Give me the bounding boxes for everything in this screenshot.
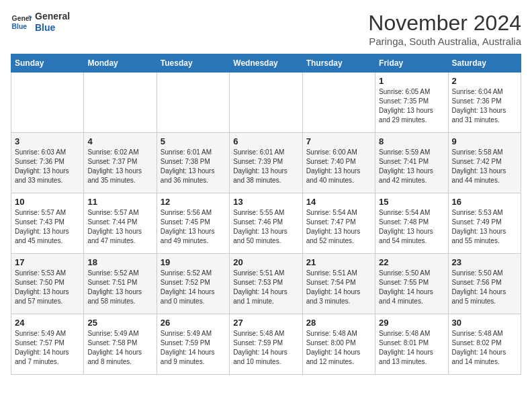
day-info: Sunrise: 6:02 AM Sunset: 7:37 PM Dayligh…	[87, 148, 152, 185]
day-number: 3	[15, 136, 80, 146]
calendar-cell: 9Sunrise: 5:58 AM Sunset: 7:42 PM Daylig…	[448, 133, 521, 193]
calendar-week-1: 1Sunrise: 6:05 AM Sunset: 7:35 PM Daylig…	[11, 73, 521, 133]
day-info: Sunrise: 5:49 AM Sunset: 7:57 PM Dayligh…	[15, 329, 80, 367]
calendar-cell: 3Sunrise: 6:03 AM Sunset: 7:36 PM Daylig…	[11, 133, 84, 193]
day-number: 7	[306, 136, 371, 146]
day-number: 6	[233, 136, 298, 146]
calendar-cell: 6Sunrise: 6:01 AM Sunset: 7:39 PM Daylig…	[230, 133, 302, 193]
svg-text:Blue: Blue	[12, 22, 28, 30]
day-info: Sunrise: 5:58 AM Sunset: 7:42 PM Dayligh…	[452, 148, 517, 185]
day-number: 21	[306, 257, 371, 267]
calendar-cell: 13Sunrise: 5:55 AM Sunset: 7:46 PM Dayli…	[230, 193, 302, 254]
day-info: Sunrise: 5:48 AM Sunset: 8:02 PM Dayligh…	[452, 329, 517, 367]
calendar-cell: 15Sunrise: 5:54 AM Sunset: 7:48 PM Dayli…	[375, 193, 448, 254]
day-info: Sunrise: 5:50 AM Sunset: 7:55 PM Dayligh…	[379, 269, 444, 306]
day-info: Sunrise: 6:03 AM Sunset: 7:36 PM Dayligh…	[15, 148, 80, 185]
weekday-header-row: SundayMondayTuesdayWednesdayThursdayFrid…	[11, 54, 521, 73]
calendar-cell: 23Sunrise: 5:50 AM Sunset: 7:56 PM Dayli…	[448, 254, 521, 314]
logo: General Blue General Blue	[11, 11, 70, 34]
calendar-cell: 30Sunrise: 5:48 AM Sunset: 8:02 PM Dayli…	[448, 314, 521, 375]
calendar-cell: 10Sunrise: 5:57 AM Sunset: 7:43 PM Dayli…	[11, 193, 84, 254]
day-number: 12	[161, 197, 226, 207]
day-info: Sunrise: 6:04 AM Sunset: 7:36 PM Dayligh…	[452, 87, 517, 125]
day-info: Sunrise: 5:49 AM Sunset: 7:58 PM Dayligh…	[87, 329, 152, 367]
calendar-cell: 22Sunrise: 5:50 AM Sunset: 7:55 PM Dayli…	[375, 254, 448, 314]
day-info: Sunrise: 5:59 AM Sunset: 7:41 PM Dayligh…	[379, 148, 444, 185]
day-number: 4	[87, 136, 152, 146]
calendar-cell: 12Sunrise: 5:56 AM Sunset: 7:45 PM Dayli…	[157, 193, 229, 254]
calendar-cell: 27Sunrise: 5:48 AM Sunset: 7:59 PM Dayli…	[230, 314, 302, 375]
calendar-cell	[84, 73, 157, 133]
month-title: November 2024	[368, 11, 521, 36]
calendar-cell: 21Sunrise: 5:51 AM Sunset: 7:54 PM Dayli…	[302, 254, 375, 314]
day-number: 25	[87, 318, 152, 328]
day-number: 13	[233, 197, 298, 207]
day-number: 28	[306, 318, 371, 328]
day-number: 23	[452, 257, 517, 267]
calendar-cell	[11, 73, 84, 133]
day-number: 30	[452, 318, 517, 328]
location-title: Paringa, South Australia, Australia	[368, 36, 521, 47]
calendar-cell: 16Sunrise: 5:53 AM Sunset: 7:49 PM Dayli…	[448, 193, 521, 254]
day-info: Sunrise: 5:50 AM Sunset: 7:56 PM Dayligh…	[452, 269, 517, 306]
day-info: Sunrise: 5:57 AM Sunset: 7:43 PM Dayligh…	[15, 208, 80, 246]
day-info: Sunrise: 6:05 AM Sunset: 7:35 PM Dayligh…	[379, 87, 444, 125]
day-info: Sunrise: 5:49 AM Sunset: 7:59 PM Dayligh…	[161, 329, 226, 367]
calendar-cell: 11Sunrise: 5:57 AM Sunset: 7:44 PM Dayli…	[84, 193, 157, 254]
day-number: 17	[15, 257, 80, 267]
day-number: 18	[87, 257, 152, 267]
calendar-cell	[230, 73, 302, 133]
calendar-cell: 28Sunrise: 5:48 AM Sunset: 8:00 PM Dayli…	[302, 314, 375, 375]
calendar-table: SundayMondayTuesdayWednesdayThursdayFrid…	[11, 54, 521, 375]
day-info: Sunrise: 6:00 AM Sunset: 7:40 PM Dayligh…	[306, 148, 371, 185]
day-info: Sunrise: 5:51 AM Sunset: 7:53 PM Dayligh…	[233, 269, 298, 306]
day-number: 11	[87, 197, 152, 207]
page-header: General Blue General Blue November 2024 …	[11, 11, 521, 47]
calendar-cell: 26Sunrise: 5:49 AM Sunset: 7:59 PM Dayli…	[157, 314, 229, 375]
calendar-cell: 19Sunrise: 5:52 AM Sunset: 7:52 PM Dayli…	[157, 254, 229, 314]
day-number: 26	[161, 318, 226, 328]
calendar-week-3: 10Sunrise: 5:57 AM Sunset: 7:43 PM Dayli…	[11, 193, 521, 254]
weekday-wednesday: Wednesday	[230, 54, 302, 73]
title-section: November 2024 Paringa, South Australia, …	[368, 11, 521, 47]
calendar-cell: 24Sunrise: 5:49 AM Sunset: 7:57 PM Dayli…	[11, 314, 84, 375]
weekday-saturday: Saturday	[448, 54, 521, 73]
day-number: 15	[379, 197, 444, 207]
day-number: 29	[379, 318, 444, 328]
calendar-cell: 25Sunrise: 5:49 AM Sunset: 7:58 PM Dayli…	[84, 314, 157, 375]
calendar-cell: 17Sunrise: 5:53 AM Sunset: 7:50 PM Dayli…	[11, 254, 84, 314]
day-info: Sunrise: 5:51 AM Sunset: 7:54 PM Dayligh…	[306, 269, 371, 306]
day-info: Sunrise: 5:52 AM Sunset: 7:52 PM Dayligh…	[161, 269, 226, 306]
day-number: 8	[379, 136, 444, 146]
logo-text-general: General	[35, 11, 70, 22]
day-info: Sunrise: 5:57 AM Sunset: 7:44 PM Dayligh…	[87, 208, 152, 246]
calendar-week-4: 17Sunrise: 5:53 AM Sunset: 7:50 PM Dayli…	[11, 254, 521, 314]
calendar-cell: 29Sunrise: 5:48 AM Sunset: 8:01 PM Dayli…	[375, 314, 448, 375]
day-number: 1	[379, 76, 444, 86]
day-number: 19	[161, 257, 226, 267]
calendar-body: 1Sunrise: 6:05 AM Sunset: 7:35 PM Daylig…	[11, 73, 521, 375]
weekday-tuesday: Tuesday	[157, 54, 229, 73]
weekday-monday: Monday	[84, 54, 157, 73]
day-info: Sunrise: 5:54 AM Sunset: 7:47 PM Dayligh…	[306, 208, 371, 246]
calendar-week-2: 3Sunrise: 6:03 AM Sunset: 7:36 PM Daylig…	[11, 133, 521, 193]
day-info: Sunrise: 5:53 AM Sunset: 7:50 PM Dayligh…	[15, 269, 80, 306]
calendar-cell: 14Sunrise: 5:54 AM Sunset: 7:47 PM Dayli…	[302, 193, 375, 254]
day-number: 24	[15, 318, 80, 328]
day-info: Sunrise: 6:01 AM Sunset: 7:38 PM Dayligh…	[161, 148, 226, 185]
logo-text-blue: Blue	[35, 22, 70, 34]
calendar-cell: 2Sunrise: 6:04 AM Sunset: 7:36 PM Daylig…	[448, 73, 521, 133]
day-info: Sunrise: 5:52 AM Sunset: 7:51 PM Dayligh…	[87, 269, 152, 306]
calendar-cell: 18Sunrise: 5:52 AM Sunset: 7:51 PM Dayli…	[84, 254, 157, 314]
day-info: Sunrise: 5:48 AM Sunset: 7:59 PM Dayligh…	[233, 329, 298, 367]
logo-icon: General Blue	[11, 11, 32, 33]
weekday-thursday: Thursday	[302, 54, 375, 73]
day-info: Sunrise: 5:48 AM Sunset: 8:01 PM Dayligh…	[379, 329, 444, 367]
calendar-cell: 7Sunrise: 6:00 AM Sunset: 7:40 PM Daylig…	[302, 133, 375, 193]
day-number: 20	[233, 257, 298, 267]
day-number: 22	[379, 257, 444, 267]
day-info: Sunrise: 6:01 AM Sunset: 7:39 PM Dayligh…	[233, 148, 298, 185]
day-info: Sunrise: 5:54 AM Sunset: 7:48 PM Dayligh…	[379, 208, 444, 246]
calendar-week-5: 24Sunrise: 5:49 AM Sunset: 7:57 PM Dayli…	[11, 314, 521, 375]
day-info: Sunrise: 5:56 AM Sunset: 7:45 PM Dayligh…	[161, 208, 226, 246]
